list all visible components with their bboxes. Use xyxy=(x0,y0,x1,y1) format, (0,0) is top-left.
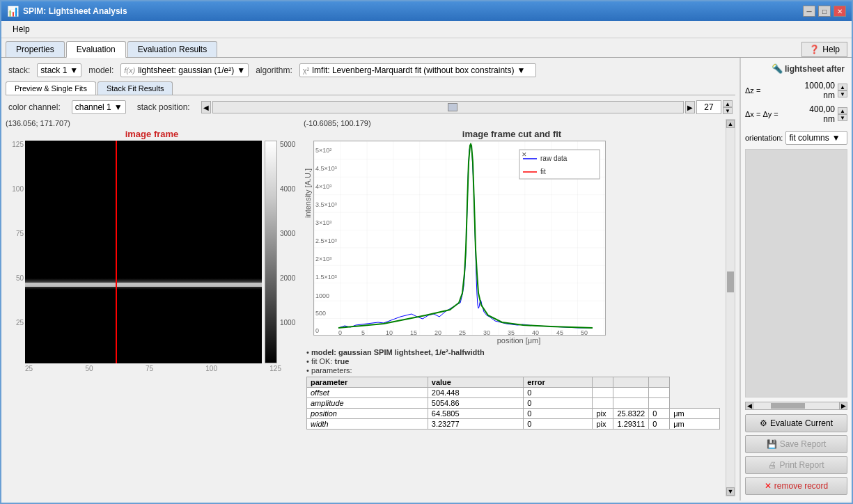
menu-help[interactable]: Help xyxy=(7,23,36,36)
sub-tab-preview[interactable]: Preview & Single Fits xyxy=(6,81,96,95)
slider-thumb xyxy=(448,103,457,111)
delta-xy-down[interactable]: ▼ xyxy=(838,114,847,121)
right-panel-hscroll: ◀ ▶ xyxy=(745,402,847,410)
svg-text:4.5×10³: 4.5×10³ xyxy=(315,165,337,172)
delta-z-spinner[interactable]: ▲ ▼ xyxy=(838,84,847,97)
orientation-dropdown-icon: ▼ xyxy=(832,133,840,143)
tab-evaluation[interactable]: Evaluation xyxy=(66,41,126,58)
remove-record-button[interactable]: ✕ remove record xyxy=(745,477,847,495)
col-h5 xyxy=(649,377,670,388)
chart-xaxis-label: position [μm] xyxy=(318,336,720,345)
table-row: position 64.5805 0 pix 25.8322 0 μm xyxy=(307,409,720,419)
orientation-row: orientation: fit columns ▼ xyxy=(745,131,847,145)
col-h3 xyxy=(593,377,613,388)
svg-text:500: 500 xyxy=(315,310,326,317)
svg-text:15: 15 xyxy=(410,329,417,336)
scroll-up-arrow[interactable]: ▲ xyxy=(726,120,735,128)
chart-section: (-10.6085; 100.179) image frame cut and … xyxy=(304,119,720,496)
channel-row: color channel: channel 1 ▼ stack positio… xyxy=(6,98,735,116)
svg-text:3×10³: 3×10³ xyxy=(315,219,331,226)
sub-tabs-bar: Preview & Single Fits Stack Fit Results xyxy=(6,81,735,95)
stack-select[interactable]: stack 1 ▼ xyxy=(37,63,81,77)
tab-evaluation-results[interactable]: Evaluation Results xyxy=(127,41,217,57)
delta-xy-value: 400,00 nm xyxy=(797,104,835,124)
svg-text:0: 0 xyxy=(315,327,319,334)
chart-container[interactable]: 0 500 1000 1.5×10³ 2×10³ 2.5×10³ 3×10³ 3… xyxy=(313,141,606,336)
channel-dropdown-icon: ▼ xyxy=(114,102,123,112)
spin-up[interactable]: ▲ xyxy=(723,100,733,107)
svg-text:30: 30 xyxy=(483,329,490,336)
tab-properties[interactable]: Properties xyxy=(6,41,65,57)
delta-xy-up[interactable]: ▲ xyxy=(838,107,847,114)
stack-pos-label: stack position: xyxy=(137,102,190,112)
delta-z-up[interactable]: ▲ xyxy=(838,84,847,90)
minimize-button[interactable]: ─ xyxy=(803,6,815,17)
svg-text:1.5×10³: 1.5×10³ xyxy=(315,274,337,281)
model-label: model: xyxy=(88,65,114,75)
stack-slider-row: ◀ ▶ 27 ▲ ▼ xyxy=(201,100,733,114)
col-parameter: parameter xyxy=(307,377,428,388)
help-icon: ❓ xyxy=(809,45,820,54)
algorithm-label: algorithm: xyxy=(256,65,292,75)
chart-scrollbar[interactable]: ▲ ▼ xyxy=(726,119,735,496)
slider-right-arrow[interactable]: ▶ xyxy=(685,101,695,113)
sub-tab-stack-fit[interactable]: Stack Fit Results xyxy=(97,81,173,95)
colorbar-gradient xyxy=(265,141,277,363)
color-channel-select[interactable]: channel 1 ▼ xyxy=(72,100,126,114)
delta-z-value: 1000,00 nm xyxy=(797,81,835,100)
orientation-select[interactable]: fit columns ▼ xyxy=(785,131,847,145)
save-report-button[interactable]: 💾 Save Report xyxy=(745,435,847,453)
delta-z-down[interactable]: ▼ xyxy=(838,90,847,97)
stack-slider[interactable] xyxy=(212,101,684,113)
image-frame-container: (136.056; 171.707) image frame 125 100 7… xyxy=(6,119,298,496)
red-vertical-line xyxy=(116,141,117,363)
close-button[interactable]: ✕ xyxy=(834,6,846,17)
chart-yaxis-label: intensity [A.U.] xyxy=(304,168,312,218)
chart-title: image frame cut and fit xyxy=(304,129,720,139)
svg-text:fit: fit xyxy=(540,168,546,175)
help-button[interactable]: ❓ Help xyxy=(801,42,847,57)
table-row: width 3.23277 0 pix 1.29311 0 μm xyxy=(307,419,720,430)
delta-xy-spinner[interactable]: ▲ ▼ xyxy=(838,107,847,121)
scroll-thumb xyxy=(727,271,734,292)
right-buttons: ⚙ Evaluate Current 💾 Save Report 🖨 Print… xyxy=(745,414,847,495)
stack-position-value: 27 xyxy=(696,100,721,114)
algorithm-select[interactable]: χ² lmfit: Levenberg-Marquardt fit (witho… xyxy=(299,63,536,77)
right-panel-preview xyxy=(745,149,847,397)
scroll-track[interactable] xyxy=(727,128,734,487)
spin-down[interactable]: ▼ xyxy=(723,107,733,114)
maximize-button[interactable]: □ xyxy=(818,6,831,17)
col-h4 xyxy=(613,377,649,388)
colorbar-labels: 5000 4000 3000 2000 1000 xyxy=(279,141,295,363)
hscroll-left[interactable]: ◀ xyxy=(745,402,753,410)
slider-left-arrow[interactable]: ◀ xyxy=(201,101,211,113)
hscroll-track[interactable] xyxy=(753,402,839,410)
stack-position-spinner[interactable]: ▲ ▼ xyxy=(723,100,733,114)
svg-text:4×10³: 4×10³ xyxy=(315,183,331,190)
image-canvas[interactable] xyxy=(25,141,262,363)
evaluate-current-button[interactable]: ⚙ Evaluate Current xyxy=(745,414,847,432)
hscroll-thumb xyxy=(771,403,805,409)
model-select[interactable]: f(x) lightsheet: gaussian (1/e²) ▼ xyxy=(120,63,249,77)
colorbar: 5000 4000 3000 2000 1000 xyxy=(262,141,295,363)
image-yaxis: 125 100 75 50 25 xyxy=(6,141,25,363)
delta-xy-row: Δx = Δy = 400,00 nm ▲ ▼ xyxy=(745,104,847,124)
save-icon: 💾 xyxy=(767,439,777,449)
remove-icon: ✕ xyxy=(765,481,772,491)
chart-svg: 0 500 1000 1.5×10³ 2×10³ 2.5×10³ 3×10³ 3… xyxy=(313,141,606,336)
chart-coord: (-10.6085; 100.179) xyxy=(304,119,720,127)
svg-text:25: 25 xyxy=(459,329,466,336)
evaluate-icon: ⚙ xyxy=(760,418,767,428)
right-panel-header: 🔦 lightsheet after xyxy=(745,63,847,74)
tabs-bar: Properties Evaluation Evaluation Results… xyxy=(1,38,852,58)
svg-text:2×10³: 2×10³ xyxy=(315,255,331,262)
svg-text:2.5×10³: 2.5×10³ xyxy=(315,237,337,244)
print-report-button[interactable]: 🖨 Print Report xyxy=(745,456,847,474)
scroll-down-arrow[interactable]: ▼ xyxy=(726,487,735,496)
stack-label: stack: xyxy=(8,65,30,75)
hscroll-right[interactable]: ▶ xyxy=(839,402,847,410)
svg-text:5×10²: 5×10² xyxy=(315,147,331,154)
svg-text:raw data: raw data xyxy=(540,155,568,162)
preview-area xyxy=(746,150,847,397)
svg-text:50: 50 xyxy=(581,329,588,336)
